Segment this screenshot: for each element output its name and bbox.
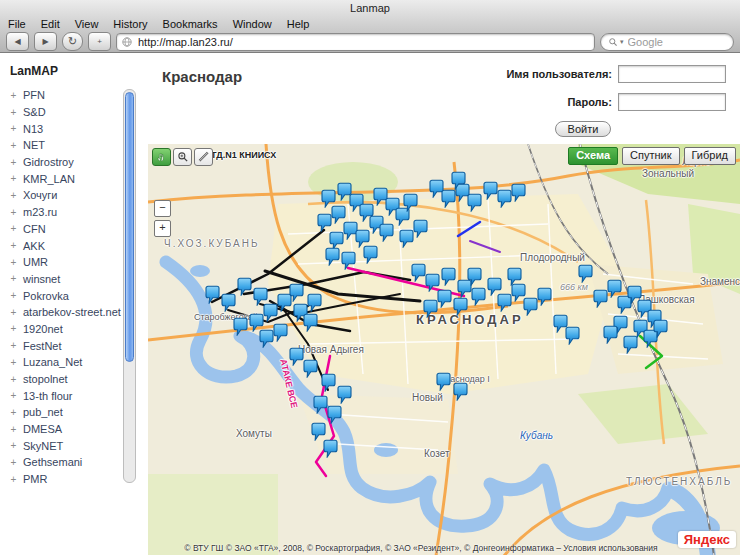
map-marker-balloon[interactable] [593,289,608,308]
sidebar-item[interactable]: +NET [4,137,122,154]
expand-plus-icon[interactable]: + [10,240,17,251]
map-marker-balloon[interactable] [259,329,274,348]
sidebar-item[interactable]: +Pokrovka [4,287,122,304]
sidebar-item[interactable]: +AKK [4,237,122,254]
zoom-out-button[interactable]: − [154,200,171,217]
expand-plus-icon[interactable]: + [10,223,17,234]
sidebar-item[interactable]: +atarbekov-street.net [4,304,122,321]
map-marker-balloon[interactable] [453,382,468,401]
map-marker-balloon[interactable] [497,189,512,208]
map-marker-balloon[interactable] [237,277,252,296]
yandex-logo[interactable]: Яндекс [678,531,736,548]
username-field[interactable] [618,65,726,83]
map-marker-balloon[interactable] [497,293,512,312]
map-marker-balloon[interactable] [483,181,498,200]
map-marker-balloon[interactable] [303,313,318,332]
expand-plus-icon[interactable]: + [10,123,17,134]
map-marker-balloon[interactable] [317,213,332,232]
map-marker-balloon[interactable] [603,325,618,344]
map-layer-button-Гибрид[interactable]: Гибрид [684,147,736,165]
hand-tool-button[interactable] [152,148,171,166]
address-bar[interactable] [116,33,595,51]
sidebar-item[interactable]: +S&D [4,104,122,121]
expand-plus-icon[interactable]: + [10,207,17,218]
map-marker-balloon[interactable] [327,405,342,424]
sidebar-item[interactable]: +Gidrostroy [4,154,122,171]
map-marker-balloon[interactable] [379,223,394,242]
add-bookmark-button[interactable]: + [88,32,111,51]
search-input[interactable] [626,35,700,49]
map-marker-balloon[interactable] [363,245,378,264]
menu-item-edit[interactable]: Edit [41,18,60,30]
ruler-tool-button[interactable] [194,148,213,166]
sidebar-item[interactable]: +stopolnet [4,371,122,388]
zoom-select-tool-button[interactable] [173,148,192,166]
map-marker-balloon[interactable] [511,183,526,202]
map-marker-balloon[interactable] [623,335,638,354]
map-marker-balloon[interactable] [507,267,522,286]
map-marker-balloon[interactable] [453,297,468,316]
expand-plus-icon[interactable]: + [10,173,17,184]
map-marker-balloon[interactable] [467,267,482,286]
sidebar-item[interactable]: +Хочуги [4,187,122,204]
map-marker-balloon[interactable] [337,385,352,404]
sidebar-item[interactable]: +winsnet [4,271,122,288]
map-viewport[interactable]: ОТД.N1 КНИИСХЗональныйЛорисЗнаменскийПаш… [148,144,740,555]
map-marker-balloon[interactable] [423,299,438,318]
map-marker-balloon[interactable] [289,283,304,302]
menu-item-help[interactable]: Help [287,18,310,30]
expand-plus-icon[interactable]: + [10,140,17,151]
map-marker-balloon[interactable] [441,189,456,208]
sidebar-item[interactable]: +Luzana_Net [4,354,122,371]
login-button[interactable]: Войти [555,121,612,137]
map-marker-balloon[interactable] [537,287,552,306]
map-marker-balloon[interactable] [653,319,668,338]
menu-item-file[interactable]: File [8,18,26,30]
menu-item-view[interactable]: View [75,18,99,30]
map-marker-balloon[interactable] [307,293,322,312]
sidebar-item[interactable]: +UMR [4,254,122,271]
expand-plus-icon[interactable]: + [10,257,17,268]
sidebar-item[interactable]: +1920net [4,321,122,338]
map-marker-balloon[interactable] [341,251,356,270]
sidebar-item[interactable]: +SkyNET [4,437,122,454]
menu-item-history[interactable]: History [113,18,147,30]
sidebar-item[interactable]: +DMESA [4,421,122,438]
sidebar-item[interactable]: +KMR_LAN [4,170,122,187]
map-layer-button-Спутник[interactable]: Спутник [622,147,679,165]
back-button[interactable]: ◀ [6,32,29,51]
map-marker-balloon[interactable] [437,289,452,308]
expand-plus-icon[interactable]: + [10,474,17,485]
expand-plus-icon[interactable]: + [10,90,17,101]
sidebar-item[interactable]: +m23.ru [4,204,122,221]
sidebar-item[interactable]: +Gethsemani [4,454,122,471]
expand-plus-icon[interactable]: + [10,290,17,301]
map-marker-balloon[interactable] [323,439,338,458]
zoom-in-button[interactable]: + [154,220,171,237]
sidebar-item[interactable]: +CFN [4,221,122,238]
map-marker-balloon[interactable] [413,219,428,238]
map-marker-balloon[interactable] [523,297,538,316]
map-marker-balloon[interactable] [233,317,248,336]
reload-button[interactable]: ↻ [62,32,83,51]
map-marker-balloon[interactable] [578,264,593,283]
map-layer-button-Схема[interactable]: Схема [568,147,618,165]
map-marker-balloon[interactable] [289,347,304,366]
scrollbar-thumb[interactable] [125,92,134,362]
expand-plus-icon[interactable]: + [10,407,17,418]
sidebar-item[interactable]: +pub_net [4,404,122,421]
expand-plus-icon[interactable]: + [10,457,17,468]
map-marker-balloon[interactable] [321,373,336,392]
sidebar-scrollbar[interactable] [123,89,136,483]
password-field[interactable] [618,93,726,111]
expand-plus-icon[interactable]: + [10,323,17,334]
expand-plus-icon[interactable]: + [10,340,17,351]
map-marker-balloon[interactable] [313,395,328,414]
map-marker-balloon[interactable] [451,171,466,190]
expand-plus-icon[interactable]: + [10,390,17,401]
map-marker-balloon[interactable] [399,229,414,248]
expand-plus-icon[interactable]: + [10,440,17,451]
map-marker-balloon[interactable] [263,303,278,322]
map-marker-balloon[interactable] [441,267,456,286]
expand-plus-icon[interactable]: + [10,273,17,284]
